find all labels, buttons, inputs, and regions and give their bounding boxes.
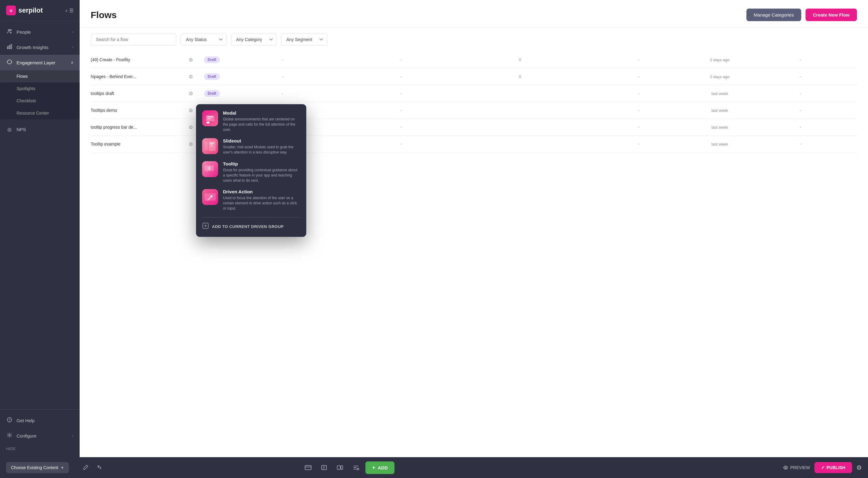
engagement-icon: [6, 59, 13, 66]
flow-stat-2: -: [345, 142, 458, 146]
table-row: tooltips draft ⚙ Draft - - - last week -: [91, 85, 857, 102]
translate-icon[interactable]: [94, 462, 105, 473]
flow-settings-icon[interactable]: ⚙: [189, 74, 198, 80]
flow-stat-2: -: [345, 91, 458, 96]
flow-settings-icon[interactable]: ⚙: [189, 91, 198, 96]
sidebar-item-people-label: People: [17, 29, 72, 35]
popup-option-modal[interactable]: Modal Global announcements that are cent…: [202, 110, 300, 132]
add-button[interactable]: + ADD: [365, 461, 395, 474]
choose-existing-content-button[interactable]: Choose Existing Content ▼: [6, 462, 69, 473]
svg-point-8: [8, 434, 10, 436]
toolbar-icon-1[interactable]: [302, 461, 315, 474]
flow-stat-3: 0: [464, 74, 577, 79]
flow-stat-2: -: [345, 125, 458, 129]
choose-existing-label: Choose Existing Content: [11, 465, 58, 470]
sidebar-item-configure[interactable]: Configure ›: [0, 428, 80, 443]
popup-footer-add-group[interactable]: ADD TO CURRENT DRIVEN GROUP: [202, 222, 300, 231]
svg-rect-19: [210, 146, 214, 146]
sidebar-item-engagement[interactable]: Engagement Layer ∧: [0, 55, 80, 70]
sidebar-item-people[interactable]: People ›: [0, 24, 80, 39]
popup-divider: [202, 217, 300, 217]
segment-filter[interactable]: Any Segment: [281, 34, 327, 46]
svg-rect-14: [207, 122, 210, 123]
add-group-label: ADD TO CURRENT DRIVEN GROUP: [212, 224, 284, 229]
tooltip-title: Tooltip: [223, 161, 300, 167]
svg-text:?: ?: [8, 418, 10, 422]
tooltip-text: Tooltip Great for providing contextual g…: [223, 161, 300, 183]
filters-bar: Any Status Active Draft Paused Any Categ…: [80, 28, 868, 52]
flow-date: last week: [702, 108, 738, 113]
growth-insights-icon: [6, 44, 13, 51]
popup-option-slideout[interactable]: Slideout Smaller, mid-sized Modals used …: [202, 138, 300, 155]
create-new-flow-button[interactable]: Create New Flow: [806, 8, 857, 21]
tooltip-description: Great for providing contextual guidance …: [223, 168, 300, 183]
people-icon: [6, 29, 13, 35]
driven-action-text: Driven Action Used to focus the attentio…: [223, 189, 300, 211]
flow-settings-icon[interactable]: ⚙: [189, 57, 198, 63]
pencil-icon[interactable]: [80, 462, 91, 473]
sidebar-toggle[interactable]: ‹ ☰: [66, 7, 73, 14]
modal-description: Global announcements that are centered o…: [223, 117, 300, 132]
publish-button[interactable]: ✓ PUBLISH: [814, 462, 852, 473]
flows-label: Flows: [17, 74, 28, 79]
add-label: ADD: [378, 465, 388, 470]
slideout-title: Slideout: [223, 138, 300, 143]
flow-stat-4: -: [583, 57, 695, 62]
flow-date: last week: [702, 142, 738, 146]
flow-date: 2 days ago: [702, 74, 738, 79]
modal-icon: [202, 110, 218, 126]
svg-text:i: i: [209, 167, 210, 171]
sidebar: u serpilot ‹ ☰ People › Growth Insights: [0, 0, 80, 457]
toolbar-icon-2[interactable]: [318, 461, 331, 474]
popup-option-driven-action[interactable]: Driven Action Used to focus the attentio…: [202, 189, 300, 211]
sub-nav: Flows Spotlights Checklists Resource Cen…: [0, 70, 80, 119]
flow-stat-4: -: [583, 91, 695, 96]
hide-button[interactable]: HIDE: [0, 443, 80, 454]
status-badge: Draft: [204, 73, 220, 80]
checklists-label: Checklists: [17, 98, 36, 103]
sidebar-item-resource-center[interactable]: Resource Center: [0, 107, 80, 119]
table-row: hipages - Behind Ever... ⚙ Draft - - 0 -…: [91, 68, 857, 85]
main-header: Flows Manage Categories Create New Flow: [80, 0, 868, 28]
right-actions: PREVIEW ✓ PUBLISH ⚙: [783, 462, 862, 473]
bottom-bar: Choose Existing Content ▼ + ADD P: [0, 457, 868, 478]
flow-type-popup: Modal Global announcements that are cent…: [196, 104, 306, 237]
popup-option-tooltip[interactable]: i i Tooltip Great for providing contextu…: [202, 161, 300, 183]
people-arrow: ›: [72, 30, 73, 34]
settings-icon-button[interactable]: ⚙: [856, 464, 862, 471]
sidebar-item-nps[interactable]: ◎ NPS: [0, 122, 80, 137]
sidebar-item-get-help[interactable]: ? Get Help: [0, 413, 80, 428]
flow-name: tooltips draft: [91, 91, 183, 96]
category-filter[interactable]: Any Category: [231, 34, 277, 46]
sidebar-item-checklists[interactable]: Checklists: [0, 95, 80, 107]
svg-rect-20: [205, 142, 208, 150]
driven-action-description: Used to focus the attention of the user …: [223, 196, 300, 211]
svg-rect-32: [305, 466, 311, 470]
flow-stat-5: -: [744, 74, 857, 79]
slideout-description: Smaller, mid-sized Modals used to grab t…: [223, 145, 300, 155]
preview-button[interactable]: PREVIEW: [783, 465, 810, 470]
flow-name: hipages - Behind Ever...: [91, 74, 183, 79]
flow-stat-2: -: [345, 57, 458, 62]
status-badge: Draft: [204, 90, 220, 97]
sidebar-item-spotlights[interactable]: Spotlights: [0, 83, 80, 95]
sidebar-item-flows[interactable]: Flows: [0, 70, 80, 83]
configure-arrow: ›: [72, 434, 73, 438]
manage-categories-button[interactable]: Manage Categories: [746, 8, 801, 21]
resource-center-label: Resource Center: [17, 111, 49, 116]
configure-label: Configure: [17, 433, 72, 439]
toolbar-icon-4[interactable]: [349, 461, 362, 474]
flow-name: tooltip progress bar de...: [91, 125, 183, 129]
toolbar-icon-3[interactable]: [334, 461, 346, 474]
publish-check-icon: ✓: [821, 465, 825, 470]
flow-stat-4: -: [583, 125, 695, 129]
sidebar-item-growth-label: Growth Insights: [17, 45, 72, 50]
status-filter[interactable]: Any Status Active Draft Paused: [181, 34, 227, 46]
sidebar-item-growth-insights[interactable]: Growth Insights ›: [0, 39, 80, 55]
flow-name: (49) Create - Postfity: [91, 57, 183, 62]
sidebar-header: u serpilot ‹ ☰: [0, 0, 80, 21]
svg-marker-5: [7, 60, 12, 64]
slideout-text: Slideout Smaller, mid-sized Modals used …: [223, 138, 300, 155]
search-input[interactable]: [91, 34, 177, 46]
logo-text: serpilot: [19, 6, 42, 14]
